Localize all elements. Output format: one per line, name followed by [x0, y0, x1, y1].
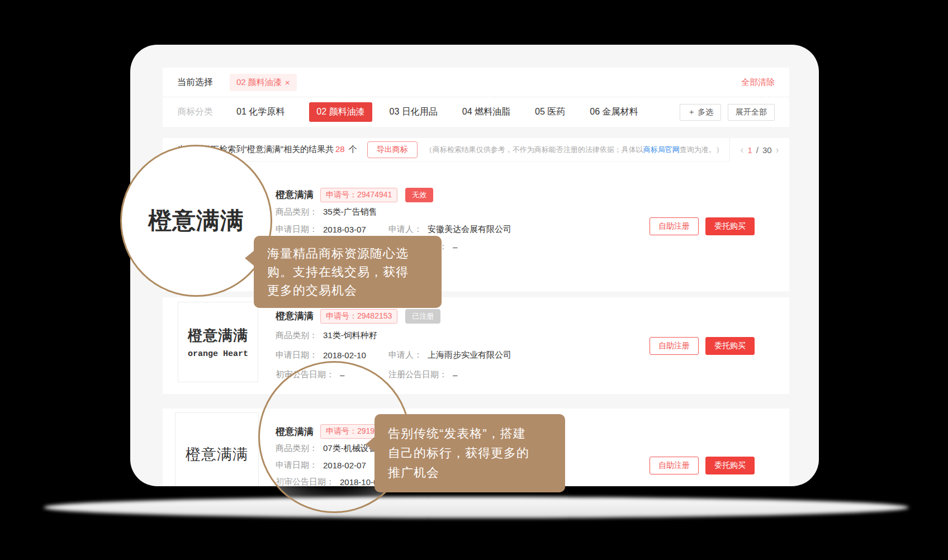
category-item-04[interactable]: 04 燃料油脂 [462, 106, 510, 118]
category-row-label: 商标分类 [177, 106, 213, 118]
magnifier-circle: 橙意满满 [120, 145, 272, 297]
trademark-image-2[interactable]: 橙意满满 orange Heart [178, 302, 258, 382]
results-disclaimer: （商标检索结果仅供参考，不作为商标能否注册的法律依据；具体以商标局官网查询为准。… [425, 145, 722, 155]
trademark-image-text: 橙意满满 [188, 326, 248, 345]
application-number-label: 申请号： [326, 311, 357, 320]
field-label: 申请日期： [276, 224, 317, 235]
selected-filter-chip[interactable]: 02 颜料油漆 × [230, 74, 297, 91]
trademark-name: 橙意满满 [276, 188, 314, 201]
date-line: 申请日期： 2018-02-10 申请人： 上海雨步实业有限公司 [276, 345, 440, 365]
total-pages: 30 [762, 145, 772, 155]
trademark-image-3[interactable]: 橙意满满 [175, 412, 259, 486]
selected-filter-chip-label: 02 颜料油漆 [236, 77, 282, 88]
trademark-name: 橙意满满 [276, 310, 314, 322]
category-item-03[interactable]: 03 日化用品 [390, 106, 438, 118]
row-actions-2: 自助注册 委托购买 [650, 337, 755, 355]
entrust-purchase-button[interactable]: 委托购买 [705, 217, 755, 235]
application-number-label: 申请号： [326, 190, 357, 199]
category-actions: ＋ 多选 展开全部 [680, 104, 775, 121]
field-label: 申请日期： [276, 350, 317, 360]
current-selection-label: 当前选择 [177, 77, 213, 88]
application-number-tag: 申请号：29474941 [320, 188, 397, 202]
name-line: 橙意满满 申请号：29474941 无效 [276, 186, 433, 203]
results-summary-suffix: 个 [349, 144, 357, 154]
category-line: 商品类别： 35类-广告销售 [276, 203, 433, 221]
current-selection-row: 当前选择 02 颜料油漆 × 全部清除 [163, 68, 789, 97]
marketing-tooltip-2: 告别传统“发表格”，搭建 自己的标行，获得更多的 推广机会 [375, 414, 565, 492]
trademark-office-link[interactable]: 商标局官网 [643, 145, 680, 154]
clear-all-button[interactable]: 全部清除 [741, 77, 775, 88]
results-header: 当前分类下检索到“橙意满满”相关的结果共28 个 导出商标 （商标检索结果仅供参… [163, 138, 789, 162]
field-label: 商品类别： [276, 207, 317, 217]
current-page: 1 [747, 145, 752, 155]
category-item-02-selected[interactable]: 02 颜料油漆 [309, 102, 372, 122]
marketing-tooltip-1: 海量精品商标资源随心选 购。支持在线交易，获得 更多的交易机会 [254, 236, 442, 308]
status-badge-invalid: 无效 [405, 188, 433, 202]
results-count: 28 [335, 144, 345, 154]
multi-select-button[interactable]: ＋ 多选 [680, 104, 721, 121]
field-value: 2018-02-10 [323, 350, 366, 360]
field-value: 安徽美达会展有限公司 [428, 224, 511, 235]
category-item-05[interactable]: 05 医药 [535, 106, 565, 118]
disclaimer-text: （商标检索结果仅供参考，不作为商标能否注册的法律依据；具体以 [425, 145, 643, 154]
applicant-field: 申请人： 上海雨步实业有限公司 [388, 350, 511, 360]
category-row: 商标分类 01 化学原料 02 颜料油漆 03 日化用品 04 燃料油脂 05 … [163, 97, 789, 127]
category-line: 商品类别： 31类-饲料种籽 [276, 326, 440, 345]
row-actions-3: 自助注册 委托购买 [650, 457, 755, 474]
laptop-base-shadow [44, 497, 909, 518]
field-value: 35类-广告销售 [323, 207, 377, 217]
remove-filter-icon[interactable]: × [285, 78, 290, 87]
registration-publication-field: 注册公告日期： – [388, 369, 457, 380]
expand-all-button[interactable]: 展开全部 [728, 104, 775, 121]
field-label: 申请人： [388, 350, 422, 360]
category-item-06[interactable]: 06 金属材料 [590, 106, 638, 118]
entrust-purchase-button[interactable]: 委托购买 [705, 457, 755, 474]
category-item-01[interactable]: 01 化学原料 [236, 106, 285, 118]
prev-page-button[interactable]: ‹ [740, 145, 743, 155]
status-badge-registered: 已注册 [405, 309, 440, 324]
field-value: 2018-03-07 [323, 225, 366, 234]
field-label: 申请人： [388, 224, 422, 235]
self-register-button[interactable]: 自助注册 [650, 457, 699, 474]
page-separator: / [756, 145, 759, 155]
field-value: – [453, 370, 457, 379]
self-register-button[interactable]: 自助注册 [650, 337, 699, 355]
application-number-value: 29482153 [357, 311, 392, 320]
disclaimer-text-end: 查询为准。） [680, 145, 722, 154]
name-line: 橙意满满 申请号：29482153 已注册 [276, 306, 440, 326]
next-page-button[interactable]: › [776, 145, 779, 155]
field-label: 商品类别： [276, 330, 317, 341]
entrust-purchase-button[interactable]: 委托购买 [705, 337, 755, 355]
trademark-image-text: 橙意满满 [186, 444, 248, 464]
field-label: 注册公告日期： [388, 369, 447, 380]
page-background: 当前选择 02 颜料油漆 × 全部清除 商标分类 01 化学原料 02 颜料油漆… [0, 0, 948, 560]
export-trademarks-button[interactable]: 导出商标 [367, 141, 418, 158]
trademark-result-row-2: 橙意满满 orange Heart 橙意满满 申请号：29482153 已注册 … [163, 297, 789, 394]
field-value: 31类-饲料种籽 [323, 330, 377, 341]
application-number-tag: 申请号：29482153 [320, 309, 397, 324]
trademark-image-subtext: orange Heart [188, 349, 248, 359]
field-value: 上海雨步实业有限公司 [428, 350, 511, 360]
magnified-trademark-text: 橙意满满 [148, 205, 244, 236]
applicant-field: 申请人： 安徽美达会展有限公司 [388, 224, 511, 235]
pagination: ‹ 1 / 30 › [729, 138, 789, 162]
row-actions-1: 自助注册 委托购买 [650, 217, 755, 235]
self-register-button[interactable]: 自助注册 [650, 217, 699, 235]
application-number-value: 29474941 [357, 190, 392, 199]
field-value: – [453, 242, 457, 251]
filter-panel: 当前选择 02 颜料油漆 × 全部清除 商标分类 01 化学原料 02 颜料油漆… [163, 68, 789, 127]
